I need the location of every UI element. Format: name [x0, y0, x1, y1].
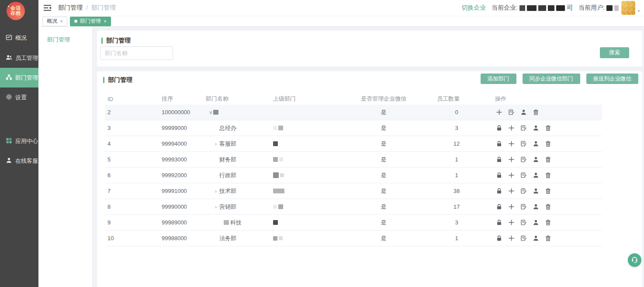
edit-icon[interactable] [520, 125, 527, 132]
expand-caret-icon[interactable]: ∨ [209, 109, 213, 116]
lock-icon[interactable] [496, 203, 503, 210]
add-child-icon[interactable] [508, 140, 515, 147]
lock-icon[interactable] [496, 172, 503, 179]
customer-service-fab[interactable] [628, 253, 641, 267]
add-child-icon[interactable] [508, 156, 515, 163]
close-icon[interactable]: × [104, 18, 107, 24]
delete-icon[interactable] [545, 188, 552, 195]
add-child-icon[interactable] [508, 125, 515, 132]
members-icon[interactable] [533, 203, 540, 210]
tab-label: 部门管理 [80, 18, 101, 25]
delete-icon[interactable] [545, 172, 552, 179]
delete-icon[interactable] [545, 219, 552, 226]
redacted-parent-block [280, 173, 284, 177]
edit-icon[interactable] [520, 203, 527, 210]
tab-departments[interactable]: 部门管理 × [70, 17, 111, 26]
user-avatar[interactable] [621, 1, 635, 15]
expand-caret-icon[interactable]: › [215, 204, 219, 210]
edit-icon[interactable] [520, 172, 527, 179]
app-window: 会话 存档 概况 员工管理 部门管理 设置 应用中心 在线客服 [0, 0, 644, 287]
members-icon[interactable] [533, 156, 540, 163]
add-child-icon[interactable] [508, 235, 515, 242]
overview-icon [6, 34, 12, 42]
lock-icon[interactable] [496, 219, 503, 226]
headset-icon [630, 256, 639, 265]
table-row: 9 99989000 科技 是 3 [105, 215, 602, 231]
expand-caret-icon[interactable]: › [215, 188, 219, 194]
logo-text-line2: 存档 [10, 11, 21, 16]
main-content: 部门管理 搜索 部门管理 添加部门 同步企业微信部门 推送到企业微信 ID 排序… [93, 27, 644, 287]
departments-table: ID 排序 部门名称 上级部门 是否管理企业微信 员工数量 操作 2 10000… [105, 93, 602, 246]
edit-icon[interactable] [508, 109, 515, 116]
cell-wecom-managed: 是 [359, 120, 408, 136]
close-icon[interactable]: × [60, 18, 63, 24]
search-button[interactable]: 搜索 [600, 47, 629, 58]
delete-icon[interactable] [545, 125, 552, 132]
collapse-sidebar-icon[interactable] [44, 5, 51, 11]
lock-icon[interactable] [496, 140, 503, 147]
add-child-icon[interactable] [508, 188, 515, 195]
submenu-item-departments[interactable]: 部门管理 [38, 27, 92, 44]
expand-caret-icon[interactable]: › [215, 141, 219, 147]
settings-icon [6, 94, 12, 102]
department-name-text: 技术部 [219, 187, 236, 195]
delete-icon[interactable] [533, 109, 540, 116]
edit-icon[interactable] [520, 140, 527, 147]
delete-icon[interactable] [545, 203, 552, 210]
add-child-icon[interactable] [508, 219, 515, 226]
push-to-wecom-button[interactable]: 推送到企业微信 [586, 74, 639, 84]
lock-icon[interactable] [496, 235, 503, 242]
lock-icon[interactable] [496, 125, 503, 132]
breadcrumb-level1[interactable]: 部门管理 [58, 4, 83, 12]
add-department-button[interactable]: 添加部门 [481, 74, 516, 84]
search-panel: 部门管理 搜索 [97, 31, 642, 66]
members-icon[interactable] [533, 188, 540, 195]
cell-sort: 99993000 [162, 152, 203, 167]
delete-icon[interactable] [545, 156, 552, 163]
cell-employee-count: 38 [437, 183, 476, 199]
edit-icon[interactable] [520, 219, 527, 226]
redacted-company-name [519, 5, 525, 11]
departments-icon [6, 74, 12, 82]
members-icon[interactable] [533, 172, 540, 179]
members-icon[interactable] [533, 140, 540, 147]
edit-icon[interactable] [520, 156, 527, 163]
table-row: 8 99990000 › 营销部 是 17 [105, 199, 602, 215]
sidebar-item-departments[interactable]: 部门管理 [0, 68, 38, 88]
switch-company-link[interactable]: 切换企业 [461, 4, 486, 12]
tab-overview[interactable]: 概况 × [42, 17, 67, 26]
members-icon[interactable] [520, 109, 527, 116]
redacted-parent-block [278, 126, 283, 130]
members-icon[interactable] [533, 235, 540, 242]
edit-icon[interactable] [520, 235, 527, 242]
lock-icon[interactable] [496, 156, 503, 163]
sidebar-item-app-center[interactable]: 应用中心 [0, 131, 38, 151]
redacted-parent-block [278, 204, 283, 209]
add-child-icon[interactable] [508, 172, 515, 179]
sidebar-item-employees[interactable]: 员工管理 [0, 48, 38, 68]
lock-icon[interactable] [496, 188, 503, 195]
members-icon[interactable] [533, 125, 540, 132]
sidebar-item-overview[interactable]: 概况 [0, 28, 38, 48]
cell-id: 2 [107, 105, 151, 120]
search-panel-title: 部门管理 [101, 37, 131, 45]
sidebar-item-online-service[interactable]: 在线客服 [0, 151, 38, 171]
table-header-row: ID 排序 部门名称 上级部门 是否管理企业微信 员工数量 操作 [105, 93, 602, 105]
cell-employee-count: 3 [437, 120, 476, 136]
cell-department-name: › 技术部 [206, 183, 271, 199]
delete-icon[interactable] [545, 235, 552, 242]
sync-wecom-departments-button[interactable]: 同步企业微信部门 [523, 74, 580, 84]
add-child-icon[interactable] [508, 203, 515, 210]
delete-icon[interactable] [545, 140, 552, 147]
add-child-icon[interactable] [496, 109, 503, 116]
redacted-name-block [224, 220, 229, 225]
user-menu-caret-icon[interactable]: ▼ [637, 9, 641, 13]
department-name-input[interactable] [100, 46, 173, 60]
active-tab-dot [74, 20, 77, 23]
sidebar-item-label: 部门管理 [15, 74, 38, 82]
members-icon[interactable] [533, 219, 540, 226]
cell-sort: 99999000 [162, 120, 203, 136]
cell-wecom-managed: 是 [359, 152, 408, 167]
sidebar-item-settings[interactable]: 设置 [0, 88, 38, 107]
edit-icon[interactable] [520, 188, 527, 195]
